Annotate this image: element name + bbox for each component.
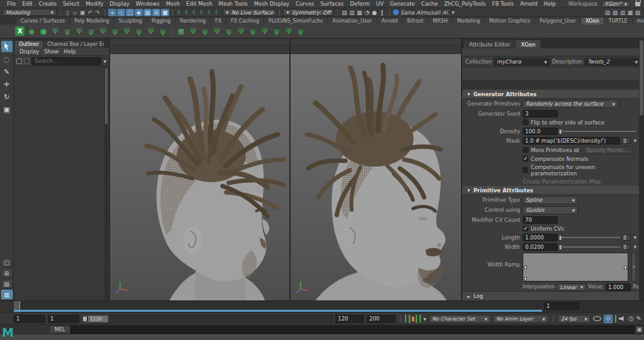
compensate-uneven-checkbox[interactable] xyxy=(523,167,528,173)
shelf-tab-turtle[interactable]: TURTLE xyxy=(604,18,632,25)
command-language-toggle[interactable]: MEL xyxy=(49,326,70,334)
point-snap-icon[interactable]: ☾ xyxy=(191,9,199,16)
flip-guides-icon[interactable]: Ψ xyxy=(122,26,132,36)
mask-expression-field[interactable]: 1.0 # map('$(DESC)/density/') xyxy=(523,137,620,145)
render-settings-icon[interactable]: ▦ xyxy=(356,9,364,16)
groom-noise-icon[interactable]: Ψ xyxy=(236,26,246,36)
description-dropdown[interactable]: Twists_2▼ xyxy=(584,58,641,66)
shelf-tab-rendering[interactable]: Rendering xyxy=(175,18,210,25)
paint-select-tool[interactable]: ✎ xyxy=(1,66,13,77)
specify-points-button[interactable]: Specify Points... xyxy=(582,146,633,154)
export-patches-icon[interactable]: ψ xyxy=(158,26,168,36)
animation-end-field[interactable] xyxy=(367,315,396,323)
xgen-logo-icon[interactable]: X xyxy=(15,26,25,36)
shelf-tab-mash[interactable]: MASH xyxy=(428,18,452,25)
width-ramp-widget[interactable] xyxy=(523,253,628,282)
shelf-tab-xgen[interactable]: XGen xyxy=(581,18,604,25)
select-tool[interactable] xyxy=(1,41,13,52)
render-icon[interactable]: ▤ xyxy=(341,9,348,16)
pause-viewport-icon[interactable]: ‖ xyxy=(379,9,386,16)
modifier-cv-count-field[interactable]: 70 xyxy=(523,216,558,224)
shelf-tab-poly-modeling[interactable]: Poly Modeling xyxy=(70,18,113,25)
xgen-scrollbar[interactable] xyxy=(639,39,644,300)
mask-map-button[interactable] xyxy=(623,138,631,144)
shelf-tab-curves-surfaces[interactable]: Curves / Surfaces xyxy=(16,18,69,25)
ipr-render-icon[interactable]: ▥ xyxy=(348,9,356,16)
single-pane-layout-button[interactable]: □ xyxy=(1,258,13,267)
density-field[interactable]: 100.0 xyxy=(523,128,558,135)
character-set-key-icon[interactable] xyxy=(409,315,417,323)
ramp-end-handle[interactable] xyxy=(624,266,627,269)
time-slider[interactable] xyxy=(0,300,644,312)
tab-channel-box[interactable]: Channel Box / Layer Editor xyxy=(43,41,104,48)
groom-clump-icon[interactable]: ψ xyxy=(224,26,234,36)
control-using-dropdown[interactable]: Guides▼ xyxy=(523,206,578,214)
evaluation-mode-icon[interactable]: ✎ xyxy=(636,315,641,322)
add-guide-icon[interactable]: Ψ xyxy=(74,26,84,36)
filter-set-icon[interactable] xyxy=(24,58,30,64)
comb-guides-icon[interactable]: ψ xyxy=(134,26,144,36)
center-snap-icon[interactable]: ☾ xyxy=(199,9,206,16)
groom-sculpt-icon[interactable]: ψ xyxy=(296,26,306,36)
two-pane-layout-button[interactable]: ▤ xyxy=(1,279,13,288)
lock-guide-icon[interactable]: Ψ xyxy=(98,26,108,36)
menu-help[interactable]: Help xyxy=(540,1,558,7)
groom-comb-icon[interactable]: ψ xyxy=(200,26,210,36)
generator-attributes-header[interactable]: ▼Generator Attributes xyxy=(462,90,639,99)
cut-guides-icon[interactable]: Ψ xyxy=(146,26,156,36)
attribute-editor-toggle-icon[interactable]: ▤ xyxy=(604,9,611,16)
menu-curves[interactable]: Curves xyxy=(292,1,318,7)
rotate-tool[interactable]: ↻ xyxy=(1,91,13,102)
render-sequence-icon[interactable]: ◔ xyxy=(364,9,371,16)
viewport2-3d-scene[interactable] xyxy=(291,54,461,300)
groom-brush-icon[interactable]: Ψ xyxy=(188,26,198,36)
width-options-arrow[interactable]: ▼ xyxy=(633,244,636,249)
outliner-menu-display[interactable]: Display xyxy=(18,48,41,55)
menu-generate[interactable]: Generate xyxy=(387,1,418,7)
density-slider[interactable] xyxy=(560,128,636,135)
shelf-tab-rigging[interactable]: Rigging xyxy=(147,18,175,25)
save-scene-icon[interactable]: ▣ xyxy=(79,9,86,16)
snap-to-curves-icon[interactable]: ▦ xyxy=(143,9,152,16)
interactive-groom-icon[interactable]: ▦ xyxy=(176,26,186,36)
length-slider[interactable] xyxy=(560,234,620,241)
user-account-menu[interactable]: Sana Almusali Al. ▼ xyxy=(393,9,455,16)
tool-settings-toggle-icon[interactable]: ▧ xyxy=(611,9,619,16)
move-guide-icon[interactable]: ψ xyxy=(86,26,96,36)
viewport1-3d-scene[interactable] xyxy=(110,54,289,300)
groom-smooth-icon[interactable]: ψ xyxy=(248,26,258,36)
new-scene-icon[interactable]: ▯ xyxy=(64,9,71,16)
redo-icon[interactable]: ↷ xyxy=(94,9,101,16)
shelf-tab-motion-graphics[interactable]: Motion Graphics xyxy=(485,18,535,25)
view-plane-snap-icon[interactable]: ☾ xyxy=(206,9,214,16)
select-by-hierarchy-icon[interactable]: + xyxy=(108,9,116,16)
add-to-collection-icon[interactable]: ψ xyxy=(62,26,72,36)
snap-to-grids-icon[interactable]: ◆ xyxy=(135,9,143,16)
audio-icon[interactable] xyxy=(619,316,626,322)
select-by-object-icon[interactable]: ◇ xyxy=(117,9,125,16)
ramp-point-handle[interactable] xyxy=(524,266,527,269)
shelf-tab-bifrost[interactable]: Bifrost xyxy=(402,18,428,25)
search-options-arrow[interactable]: ▼ xyxy=(103,59,106,63)
menu-mesh[interactable]: Mesh xyxy=(163,1,183,7)
move-tool[interactable]: ✛ xyxy=(1,79,13,90)
log-section-header[interactable]: ►Log xyxy=(462,291,639,300)
curve-snap-icon[interactable]: ☾ xyxy=(176,9,184,16)
symmetry-dropdown[interactable]: ▼Symmetry: Off xyxy=(283,9,333,16)
grid-snap-icon[interactable]: ☾ xyxy=(184,9,191,16)
animation-start-field[interactable] xyxy=(14,315,45,323)
snap-to-points-icon[interactable]: ⊞ xyxy=(152,9,160,16)
filter-icon[interactable] xyxy=(16,58,22,64)
menu-arnold[interactable]: Arnold xyxy=(517,1,541,7)
menu-zhcg-polytools[interactable]: ZhCG_PolyTools xyxy=(441,1,489,7)
generator-seed-field[interactable]: 3 xyxy=(523,110,558,118)
xgen-editor-toggle-icon[interactable]: ▨ xyxy=(634,9,641,16)
script-editor-icon[interactable]: ▣ xyxy=(635,326,644,334)
menu-surfaces[interactable]: Surfaces xyxy=(318,1,347,7)
menu-windows[interactable]: Windows xyxy=(133,1,163,7)
select-by-component-icon[interactable]: □ xyxy=(126,9,134,16)
length-field[interactable]: 1.0000 xyxy=(523,234,558,241)
shelf-tab-fx[interactable]: FX xyxy=(211,18,226,25)
outliner-menu-help[interactable]: Help xyxy=(62,48,77,55)
menu-fb-tools[interactable]: FB Tools xyxy=(489,1,517,7)
